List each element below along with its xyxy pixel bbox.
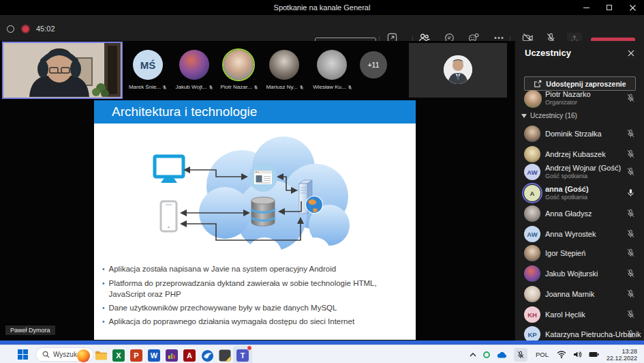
- presenter-name-label: Paweł Dymora: [5, 325, 55, 335]
- participant-name: Igor Stępień: [545, 244, 585, 263]
- teams-icon[interactable]: T: [235, 348, 250, 363]
- antivirus-tray-icon[interactable]: [483, 351, 490, 358]
- avatar: KH: [524, 306, 540, 323]
- participant-row[interactable]: Igor Stępień: [515, 244, 644, 263]
- mic-off-icon: [626, 248, 635, 257]
- mic-off-icon: [626, 330, 635, 338]
- mic-off-icon: [626, 149, 635, 158]
- overflow-participants-badge[interactable]: +11: [360, 51, 387, 78]
- avatar: [524, 286, 540, 302]
- language-indicator[interactable]: POL: [536, 351, 549, 358]
- window-titlebar[interactable]: Spotkanie na kanale General: [0, 0, 644, 15]
- participant-thumbnail-label: Jakub Wojt...: [173, 84, 215, 90]
- mic-off-icon: [299, 85, 304, 90]
- chart-app-icon[interactable]: [164, 348, 179, 363]
- notification-badge: [247, 345, 252, 351]
- participant-name: Dominik Strzałka: [545, 124, 602, 143]
- firefox-icon[interactable]: [76, 348, 91, 363]
- mic-off-icon: [348, 85, 352, 90]
- participant-video-tile[interactable]: [409, 43, 507, 98]
- mic-off-icon: [254, 85, 258, 90]
- participant-name: Anna Gładysz: [545, 204, 592, 223]
- file-explorer-icon[interactable]: [93, 348, 108, 363]
- mic-off-icon: [626, 167, 635, 176]
- avatar: A: [524, 185, 540, 201]
- participant-row[interactable]: Jakub Wojturski: [515, 264, 644, 283]
- slide-bullet-list: Aplikacja została napisana w Javie na sy…: [102, 263, 410, 330]
- recording-icon: [21, 25, 30, 33]
- meeting-timer: 45:02: [36, 25, 55, 33]
- avatar[interactable]: MŚ: [133, 50, 163, 80]
- volume-icon[interactable]: [573, 351, 582, 358]
- self-video: [3, 43, 121, 97]
- word-icon[interactable]: W: [147, 348, 162, 363]
- wifi-icon[interactable]: [557, 351, 566, 358]
- excel-icon[interactable]: X: [111, 348, 126, 363]
- mic-muted-tray-icon[interactable]: [514, 348, 527, 362]
- self-video-tile[interactable]: [2, 42, 123, 99]
- bullet-text: Aplikacja została napisana w Javie na sy…: [109, 263, 337, 276]
- bullet-text: Platforma do przeprowadzania dyktand zaw…: [109, 278, 410, 300]
- chevron-up-icon: [470, 353, 476, 357]
- meeting-toolbar: 45:02 Zażądaj kontroli Nowe okno Osoby: [0, 15, 644, 41]
- bullet-text: Aplikacja do poprawnego działania wymaga…: [109, 316, 355, 328]
- avatar: [524, 126, 540, 142]
- acrobat-icon[interactable]: A: [182, 348, 197, 363]
- tray-expand-button[interactable]: [470, 353, 476, 357]
- participant-role: Gość spotkania: [545, 173, 587, 179]
- avatar[interactable]: [179, 50, 209, 80]
- close-icon: [628, 50, 634, 57]
- share-invite-icon: [534, 80, 542, 88]
- participant-role: Gość spotkania: [545, 194, 587, 201]
- cloud-icon: [497, 351, 507, 358]
- participant-thumbnail-label: Mariusz Ny...: [264, 84, 306, 90]
- monitor-icon: [155, 156, 183, 183]
- minimize-button[interactable]: [574, 0, 598, 15]
- participant-row-speaking[interactable]: A anna (Gość) Gość spotkania: [515, 184, 644, 203]
- participant-row[interactable]: AW Andrzej Wojnar (Gość) Gość spotkania: [515, 162, 644, 182]
- avatar: AW: [524, 226, 540, 242]
- participant-name: Piotr Nazarko: [545, 89, 591, 99]
- participant-role: Organizator: [545, 99, 577, 106]
- close-button[interactable]: [621, 0, 644, 15]
- thunderbird-icon[interactable]: [200, 348, 215, 363]
- participant-row[interactable]: AW Anna Wyrostek: [515, 224, 644, 244]
- battery-icon[interactable]: [589, 351, 599, 358]
- participant-name: Andrzej Wojnar (Gość): [545, 163, 621, 173]
- tray-time: 13:28: [622, 348, 637, 355]
- maximize-button[interactable]: [598, 0, 621, 15]
- taskbar-clock[interactable]: 13:28 22.12.2022: [607, 348, 637, 362]
- mic-on-icon: [626, 188, 635, 197]
- participant-name: anna (Gość): [545, 184, 589, 194]
- mic-off-icon: [626, 209, 635, 218]
- web-browser-icon: [249, 163, 277, 192]
- avatar[interactable]: [317, 50, 347, 80]
- architecture-diagram: [94, 125, 416, 261]
- participant-row[interactable]: Anna Gładysz: [515, 204, 644, 223]
- participant-thumbnail-label: Marek Śnie...: [127, 84, 169, 90]
- slide-title-banner: Architektura i technologie: [94, 100, 416, 124]
- mic-off-icon: [162, 85, 167, 90]
- panel-close-button[interactable]: [626, 48, 637, 59]
- avatar: AW: [524, 164, 540, 180]
- suited-person-avatar: [444, 55, 472, 84]
- windows-taskbar: Wyszukaj X P W: [0, 345, 644, 363]
- powerpoint-icon[interactable]: P: [129, 348, 144, 363]
- participants-section-header[interactable]: Uczestnicy (16): [521, 112, 577, 119]
- avatar[interactable]: [224, 50, 254, 80]
- avatar[interactable]: [269, 50, 299, 80]
- participant-row[interactable]: Andrzej Kubaszek: [515, 145, 644, 164]
- start-button[interactable]: [18, 349, 28, 360]
- notes-app-icon[interactable]: [217, 348, 232, 363]
- participant-row[interactable]: Joanna Marnik: [515, 285, 644, 304]
- mic-off-icon: [209, 85, 213, 90]
- avatar: [524, 146, 540, 162]
- mic-off-icon: [626, 129, 635, 138]
- cloud-shape: [199, 136, 350, 251]
- participant-name: Anna Wyrostek: [545, 224, 596, 244]
- participant-row[interactable]: Dominik Strzałka: [515, 124, 644, 143]
- onedrive-tray-icon[interactable]: [497, 351, 507, 358]
- bullet-text: Dane użytkowników przechowywane były w b…: [109, 302, 337, 315]
- participant-row[interactable]: KH Karol Hęclik: [515, 305, 644, 324]
- participant-row-organizer[interactable]: Piotr Nazarko Organizator: [515, 89, 644, 108]
